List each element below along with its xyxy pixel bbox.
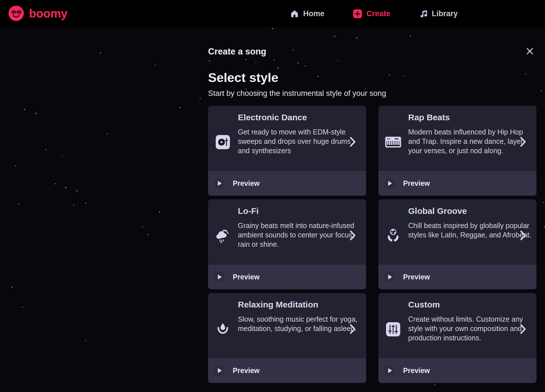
- play-icon: [384, 178, 395, 189]
- star-dot: [107, 133, 108, 134]
- style-card-body[interactable]: Custom Create without limits. Customize …: [378, 293, 536, 358]
- star-dot: [55, 183, 56, 184]
- star-dot: [18, 204, 19, 205]
- style-card-lo-fi[interactable]: Lo-Fi Grainy beats melt into nature-infu…: [208, 199, 366, 289]
- play-icon: [384, 365, 395, 376]
- chevron-right-icon: [520, 136, 526, 147]
- preview-label: Preview: [233, 179, 260, 187]
- star-dot: [200, 98, 201, 99]
- preview-button[interactable]: Preview: [378, 358, 536, 383]
- step-subheading: Start by choosing the instrumental style…: [208, 88, 536, 98]
- style-card-body[interactable]: Relaxing Meditation Slow, soothing music…: [208, 293, 366, 358]
- star-dot: [410, 35, 411, 36]
- style-title: Custom: [408, 300, 440, 309]
- create-song-panel: Create a song Select style Start by choo…: [208, 43, 536, 383]
- star-dot: [272, 28, 273, 29]
- preview-button[interactable]: Preview: [378, 265, 536, 289]
- star-dot: [179, 107, 180, 108]
- style-card-body[interactable]: Global Groove Chill beats inspired by gl…: [378, 199, 536, 265]
- preview-label: Preview: [403, 179, 430, 187]
- style-title: Global Groove: [408, 206, 467, 216]
- chevron-right-icon: [349, 136, 356, 147]
- close-icon: [525, 47, 534, 56]
- rain-cloud-icon: [214, 228, 231, 244]
- boomy-logo-icon: [8, 5, 24, 22]
- sliders-icon: [385, 321, 402, 337]
- close-button[interactable]: [525, 47, 535, 57]
- preview-button[interactable]: Preview: [378, 171, 536, 196]
- style-description: Grainy beats melt into nature-infused am…: [238, 221, 362, 249]
- keyboard-icon: [385, 134, 402, 150]
- star-dot: [543, 202, 544, 203]
- create-plus-icon: [353, 9, 362, 18]
- star-dot: [65, 187, 66, 188]
- style-title: Relaxing Meditation: [238, 300, 318, 309]
- style-grid: Electronic Dance Get ready to move with …: [208, 106, 536, 383]
- home-icon: [290, 9, 299, 18]
- style-description: Modern beats influenced by Hip Hop and T…: [408, 127, 532, 155]
- chevron-right-icon: [349, 230, 356, 241]
- style-card-relaxing-meditation[interactable]: Relaxing Meditation Slow, soothing music…: [208, 293, 366, 383]
- star-dot: [15, 165, 16, 167]
- star-dot: [155, 65, 156, 66]
- play-icon: [384, 271, 395, 283]
- style-card-body[interactable]: Lo-Fi Grainy beats melt into nature-infu…: [208, 199, 366, 265]
- nav-item-library[interactable]: Library: [419, 9, 458, 18]
- preview-label: Preview: [403, 273, 430, 281]
- style-title: Electronic Dance: [238, 113, 307, 122]
- preview-button[interactable]: Preview: [208, 358, 366, 383]
- star-dot: [356, 37, 357, 39]
- chevron-right-icon: [520, 230, 526, 241]
- star-dot: [434, 384, 435, 385]
- step-heading: Select style: [208, 71, 536, 85]
- top-nav: boomy Home Create Library: [0, 0, 545, 27]
- star-dot: [159, 211, 160, 212]
- nav-item-home[interactable]: Home: [290, 9, 324, 18]
- style-description: Create without limits. Customize any sty…: [408, 315, 532, 343]
- nav-item-create[interactable]: Create: [353, 9, 390, 18]
- style-title: Rap Beats: [408, 113, 450, 122]
- preview-label: Preview: [233, 366, 260, 375]
- star-dot: [22, 307, 23, 308]
- style-title: Lo-Fi: [238, 206, 259, 216]
- star-dot: [73, 205, 74, 206]
- modal-title: Create a song: [208, 43, 536, 57]
- style-card-body[interactable]: Rap Beats Modern beats influenced by Hip…: [378, 106, 536, 171]
- style-card-electronic-dance[interactable]: Electronic Dance Get ready to move with …: [208, 106, 366, 196]
- style-description: Slow, soothing music perfect for yoga, m…: [238, 315, 362, 333]
- star-dot: [76, 190, 77, 191]
- turntable-icon: [214, 134, 231, 150]
- chevron-right-icon: [520, 324, 526, 334]
- lotus-icon: [214, 321, 231, 337]
- star-dot: [11, 286, 12, 288]
- star-dot: [100, 52, 101, 53]
- preview-button[interactable]: Preview: [208, 265, 366, 289]
- star-dot: [24, 109, 25, 110]
- star-dot: [45, 149, 47, 150]
- brand[interactable]: boomy: [8, 0, 67, 27]
- star-dot: [85, 203, 86, 204]
- star-dot: [541, 90, 542, 91]
- library-note-icon: [419, 9, 427, 18]
- style-card-body[interactable]: Electronic Dance Get ready to move with …: [208, 106, 366, 171]
- play-icon: [214, 271, 225, 283]
- play-icon: [214, 178, 225, 189]
- style-description: Get ready to move with EDM-style sweeps …: [238, 127, 362, 155]
- star-dot: [35, 113, 37, 114]
- style-card-rap-beats[interactable]: Rap Beats Modern beats influenced by Hip…: [378, 106, 536, 196]
- star-dot: [142, 226, 143, 227]
- style-card-global-groove[interactable]: Global Groove Chill beats inspired by gl…: [378, 199, 536, 289]
- play-icon: [214, 365, 225, 376]
- star-dot: [62, 156, 63, 157]
- star-dot: [85, 340, 86, 341]
- star-dot: [334, 36, 336, 37]
- brand-name: boomy: [29, 7, 67, 20]
- preview-label: Preview: [403, 366, 430, 375]
- chevron-right-icon: [349, 324, 356, 334]
- star-dot: [148, 234, 149, 235]
- style-card-custom[interactable]: Custom Create without limits. Customize …: [378, 293, 536, 383]
- preview-button[interactable]: Preview: [208, 171, 366, 196]
- preview-label: Preview: [233, 273, 260, 281]
- hands-globe-icon: [385, 228, 402, 244]
- star-dot: [544, 226, 545, 227]
